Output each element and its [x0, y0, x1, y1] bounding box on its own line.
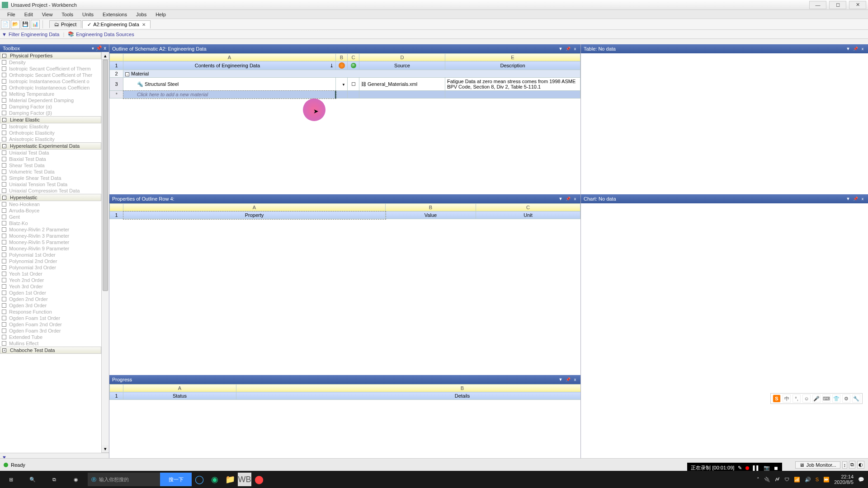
checkbox[interactable]	[2, 150, 6, 155]
tray-power-icon[interactable]: 🗲	[775, 477, 780, 482]
dropdown-icon[interactable]: ⤓	[330, 63, 334, 69]
checkbox[interactable]	[2, 137, 6, 141]
toolbox-item[interactable]: Extended Tube	[0, 334, 101, 340]
toolbox-item[interactable]: Uniaxial Test Data	[0, 150, 101, 156]
panel-pin-icon[interactable]: 📌	[853, 196, 858, 202]
toolbox-item[interactable]: Gent	[0, 214, 101, 220]
toolbox-item[interactable]: Polynomial 2nd Order	[0, 258, 101, 264]
save-button[interactable]: 💾	[21, 20, 30, 29]
scroll-up-icon[interactable]: ▴	[102, 52, 109, 60]
close-button[interactable]: ✕	[849, 1, 866, 9]
toolbox-item[interactable]: Mullins Effect	[0, 340, 101, 347]
checkbox[interactable]	[2, 322, 6, 327]
toolbox-item[interactable]: Isotropic Instantaneous Coefficient o	[0, 78, 101, 84]
checkbox[interactable]	[2, 182, 6, 187]
filter-engineering-data[interactable]: ▼ Filter Engineering Data	[2, 32, 59, 37]
new-button[interactable]: 📄	[1, 20, 10, 29]
checkbox[interactable]	[2, 157, 6, 161]
toolbox-item[interactable]: Material Dependent Damping	[0, 97, 101, 103]
checkbox[interactable]	[2, 335, 6, 339]
ime-mic[interactable]: 🎤	[812, 394, 821, 403]
checkbox[interactable]	[2, 215, 6, 219]
panel-pin-icon[interactable]: 📌	[853, 46, 858, 52]
panel-dropdown-icon[interactable]: ▼	[558, 196, 563, 202]
panel-close-icon[interactable]: x	[860, 46, 865, 52]
checkbox[interactable]	[2, 221, 6, 225]
checkbox[interactable]	[2, 297, 6, 301]
checkbox[interactable]	[2, 278, 6, 282]
toolbox-item[interactable]: Density	[0, 59, 101, 66]
toolbox-item[interactable]: Volumetric Test Data	[0, 169, 101, 175]
toolbox-category[interactable]: -Linear Elastic	[0, 116, 101, 123]
app-recorder[interactable]: ⬤	[251, 472, 267, 487]
checkbox[interactable]	[2, 202, 6, 206]
toolbox-item[interactable]: Yeoh 1st Order	[0, 271, 101, 277]
menu-file[interactable]: File	[3, 11, 20, 18]
toolbox-item[interactable]: Blatz-Ko	[0, 220, 101, 226]
properties-table[interactable]: A B C 1 Property Value Unit	[109, 203, 580, 219]
ime-logo-icon[interactable]: S	[773, 394, 781, 403]
rec-stop-icon[interactable]: ⏹	[774, 465, 778, 471]
toolbox-category[interactable]: -Physical Properties	[0, 52, 101, 59]
ime-settings[interactable]: ⚙	[842, 394, 850, 403]
checkbox[interactable]	[2, 79, 6, 84]
toolbox-item[interactable]: Uniaxial Compression Test Data	[0, 188, 101, 194]
checkbox[interactable]	[2, 253, 6, 257]
toolbox-item[interactable]: Orthotropic Secant Coefficient of Ther	[0, 72, 101, 78]
menu-help[interactable]: Help	[151, 11, 170, 18]
checkbox[interactable]	[2, 60, 6, 65]
tray-notification-icon[interactable]: 💬	[858, 477, 864, 483]
toolbox-item[interactable]: Mooney-Rivlin 2 Parameter	[0, 226, 101, 233]
search-icon[interactable]: 🔍	[22, 471, 43, 488]
tray-accel-icon[interactable]: ⏩	[823, 477, 830, 483]
tray-usb-icon[interactable]: 🔌	[764, 477, 770, 483]
toolbox-item[interactable]: Isotropic Secant Coefficient of Therm	[0, 66, 101, 72]
status-indicator-1[interactable]: ↕	[842, 461, 848, 469]
app-explorer[interactable]: 📁	[222, 472, 238, 487]
toolbox-item[interactable]: Mooney-Rivlin 3 Parameter	[0, 233, 101, 239]
start-button[interactable]: ⊞	[0, 471, 22, 488]
toolbox-item[interactable]: Ogden 3rd Order	[0, 302, 101, 309]
toolbox-item[interactable]: Isotropic Elasticity	[0, 123, 101, 130]
checkbox[interactable]	[2, 246, 6, 251]
checkbox[interactable]	[2, 131, 6, 135]
checkbox[interactable]	[2, 73, 6, 77]
panel-pin-icon[interactable]: 📌	[565, 196, 571, 202]
collapse-icon[interactable]: -	[125, 72, 129, 76]
checkbox[interactable]	[2, 259, 6, 263]
app-edge[interactable]: ◉	[207, 472, 222, 487]
toolbox-item[interactable]: Anisotropic Elasticity	[0, 136, 101, 142]
status-indicator-2[interactable]: ⧉	[849, 461, 855, 469]
toolbox-item[interactable]: Ogden Foam 1st Order	[0, 315, 101, 321]
material-row[interactable]: 3 🔩 Structural Steel ▼ ⛓ General_Materia…	[110, 78, 580, 91]
checkbox[interactable]	[2, 291, 6, 295]
checkbox[interactable]	[2, 104, 6, 109]
app-workbench[interactable]: WB	[238, 473, 251, 486]
ime-punct[interactable]: °,	[793, 394, 801, 403]
toolbox-item[interactable]: Mooney-Rivlin 5 Parameter	[0, 239, 101, 245]
panel-dropdown-icon[interactable]: ▼	[91, 47, 94, 51]
checkbox[interactable]	[2, 316, 6, 320]
checkbox[interactable]	[2, 208, 6, 213]
tray-expand-icon[interactable]: ˄	[757, 477, 760, 483]
toolbox-item[interactable]: Polynomial 3rd Order	[0, 264, 101, 271]
panel-close-icon[interactable]: x	[572, 46, 578, 52]
app-360[interactable]: ◯	[192, 472, 207, 487]
toolbox-item[interactable]: Arruda-Boyce	[0, 207, 101, 214]
panel-dropdown-icon[interactable]: ▼	[558, 377, 563, 382]
checkbox[interactable]	[2, 169, 6, 174]
checkbox[interactable]	[2, 303, 6, 308]
toolbox-item[interactable]: Yeoh 3rd Order	[0, 283, 101, 290]
expand-icon[interactable]: -	[2, 118, 6, 122]
toolbox-item[interactable]: Shear Test Data	[0, 162, 101, 169]
toolbox-category[interactable]: -Hyperelastic	[0, 194, 101, 201]
checkbox[interactable]	[2, 66, 6, 71]
tray-security-icon[interactable]: 🛡	[784, 477, 789, 482]
checkbox[interactable]	[2, 328, 6, 333]
checkbox[interactable]	[2, 124, 6, 129]
toolbox-item[interactable]: Simple Shear Test Data	[0, 175, 101, 181]
toolbox-item[interactable]: Damping Factor (β)	[0, 110, 101, 116]
status-indicator-3[interactable]: ◐	[857, 461, 864, 469]
saveas-button[interactable]: 📊	[31, 20, 40, 29]
color-icon[interactable]	[339, 62, 345, 69]
